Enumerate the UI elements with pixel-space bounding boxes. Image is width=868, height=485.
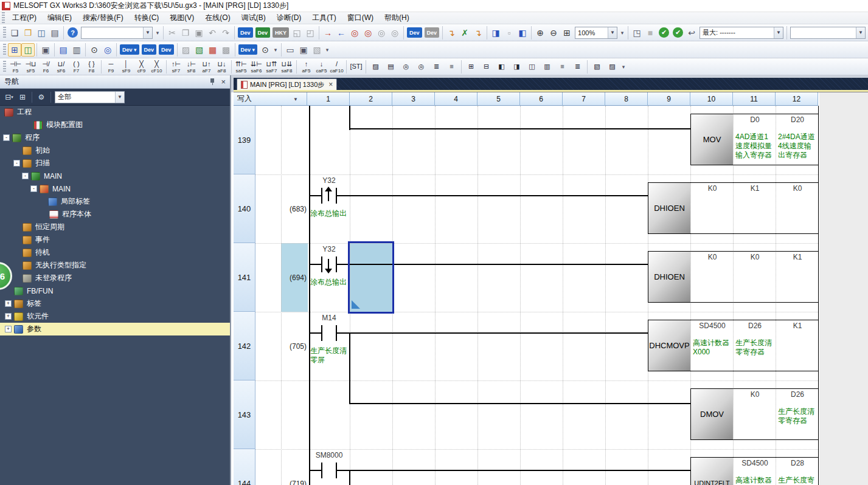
- tree-item-MAIN[interactable]: -MAIN: [0, 182, 230, 195]
- falling-pulse-tool[interactable]: ↓⊢sF8: [184, 59, 199, 75]
- tree-item-程序本体[interactable]: 程序本体: [0, 208, 230, 221]
- intelligent-module-button[interactable]: ▣: [297, 43, 310, 57]
- menu-item-1[interactable]: 工程(P): [7, 12, 42, 24]
- delete-hline-tool[interactable]: ╳cF9: [134, 59, 149, 75]
- scan-time-select[interactable]: 最大: -------▼: [700, 27, 783, 39]
- menu-item-6[interactable]: 在线(O): [200, 12, 235, 24]
- disconnect-line-tool[interactable]: ⊟: [479, 59, 494, 75]
- tree-expander-icon[interactable]: -: [22, 173, 29, 179]
- invert-result-tool[interactable]: /caF10: [329, 59, 344, 75]
- device-display-dropdown[interactable]: Dev ▾: [238, 44, 258, 55]
- tree-item-MAIN[interactable]: -MAIN: [0, 170, 230, 182]
- device-search-button[interactable]: ◎: [348, 26, 361, 40]
- read-from-plc-button[interactable]: ←: [335, 26, 348, 40]
- rung-number-144[interactable]: 144: [234, 449, 255, 485]
- watch-device-select[interactable]: ▼: [790, 27, 866, 39]
- settings-gear-icon[interactable]: ⚙: [35, 91, 47, 103]
- tree-item-初始[interactable]: 初始: [0, 144, 230, 157]
- tree-item-FB/FUN[interactable]: FB/FUN: [0, 284, 230, 297]
- tree-expander-icon[interactable]: -: [30, 185, 37, 192]
- device-display-off-button[interactable]: Dev: [425, 27, 440, 38]
- open-contact-tool[interactable]: ⊣⊢F5: [8, 59, 23, 75]
- vline-tool[interactable]: │sF9: [119, 59, 134, 75]
- convert-check-2-button[interactable]: ✔: [673, 27, 683, 38]
- connect-line-tool[interactable]: ⊞: [464, 59, 479, 75]
- toolbar-overflow-button[interactable]: ▾: [620, 64, 627, 70]
- ladder-mode-cell[interactable]: 写入▼: [234, 92, 307, 106]
- device-batch-button[interactable]: Dev: [159, 44, 174, 55]
- device-comment-edit-tool[interactable]: ◫: [524, 59, 540, 75]
- note-find-2-tool[interactable]: ◎: [414, 59, 429, 75]
- align-2-tool[interactable]: ▨: [605, 59, 620, 75]
- print-button[interactable]: ▤: [48, 26, 61, 40]
- io-assignment-button[interactable]: ▦: [206, 43, 220, 57]
- tree-expander-icon[interactable]: +: [5, 300, 12, 307]
- tree-expand-button[interactable]: ⊞: [16, 91, 29, 103]
- statement-tool[interactable]: ▤: [383, 59, 398, 75]
- chevron-down-icon[interactable]: ▼: [293, 97, 298, 102]
- project-selector[interactable]: ▼: [81, 27, 153, 39]
- hline-tool[interactable]: ─F9: [103, 59, 119, 75]
- toolbar-overflow-button[interactable]: ▾: [272, 47, 279, 53]
- menu-item-5[interactable]: 视图(V): [164, 12, 200, 24]
- instruction-block-DHIOEN[interactable]: DHIOENK0K0K1: [648, 251, 819, 303]
- device-hotkey-button[interactable]: HKY: [273, 27, 289, 38]
- bookmark-jump-button[interactable]: ↴: [445, 26, 458, 40]
- rung-number-142[interactable]: 142: [234, 312, 255, 380]
- zoom-fit-button[interactable]: ⊞: [560, 26, 574, 40]
- rising-pulse-close-tool[interactable]: ⇈⊢saF5: [234, 59, 249, 75]
- zoom-level-select[interactable]: 100%▼: [575, 27, 617, 39]
- monitor-start-button[interactable]: ◨: [489, 26, 502, 40]
- menu-item-4[interactable]: 转换(C): [129, 12, 165, 24]
- rising-result-tool[interactable]: ↑aF5: [299, 59, 314, 75]
- save-button[interactable]: ◫: [35, 26, 48, 40]
- tree-item-参数[interactable]: +参数: [0, 323, 230, 335]
- user-library-button[interactable]: ▧: [310, 43, 324, 57]
- coil-tool[interactable]: ( )F7: [69, 59, 84, 75]
- chevron-down-icon[interactable]: ▼: [143, 27, 152, 38]
- parallel-open-contact-tool[interactable]: ⊣⊔sF5: [23, 59, 38, 75]
- tree-item-程序[interactable]: -程序: [0, 131, 230, 144]
- write-watch-button[interactable]: ◰: [304, 26, 317, 40]
- rising-pulse-tool[interactable]: ↑⊢sF7: [168, 59, 184, 75]
- redo-button[interactable]: ↷: [219, 26, 232, 40]
- tree-filter-select[interactable]: 全部 ▼: [55, 91, 125, 103]
- menu-item-7[interactable]: 调试(B): [236, 12, 271, 24]
- device-monitor-button[interactable]: Dev: [255, 27, 271, 38]
- element-selection-toggle[interactable]: ◫: [21, 43, 35, 57]
- menu-item-9[interactable]: 工具(T): [307, 12, 341, 24]
- read-watch-button[interactable]: ◱: [290, 26, 304, 40]
- return-arrow-button[interactable]: ↩: [685, 26, 698, 40]
- monitor-step-button[interactable]: ◧: [516, 26, 529, 40]
- bookmark-jump-2-button[interactable]: ↴: [471, 26, 485, 40]
- tab-close-icon[interactable]: ×: [328, 81, 333, 88]
- new-file-button[interactable]: ❏: [8, 26, 21, 40]
- navigation-window-toggle[interactable]: ⊞: [8, 43, 21, 57]
- help-button[interactable]: ?: [68, 27, 78, 38]
- menu-item-2[interactable]: 编辑(E): [42, 12, 77, 24]
- open-file-button[interactable]: ❐: [21, 26, 35, 40]
- chevron-down-icon[interactable]: ▼: [856, 27, 865, 38]
- tree-collapse-button[interactable]: ⊟▾: [3, 91, 15, 103]
- cross-reference-button[interactable]: ▨: [179, 43, 193, 57]
- parallel-rising-pulse-tool[interactable]: ⊔↑aF7: [199, 59, 214, 75]
- inline-st-tool[interactable]: [ST]: [349, 59, 364, 75]
- chevron-down-icon[interactable]: ▼: [774, 27, 783, 38]
- closed-contact-tool[interactable]: ⊣/F6: [38, 59, 54, 75]
- instruction-block-MOV[interactable]: MOVD04AD通道1速度模拟量输入寄存器D202#4DA通道4线速度输出寄存器: [690, 114, 819, 165]
- tree-item-局部标签[interactable]: 局部标签: [0, 195, 230, 208]
- toolbar-overflow-button[interactable]: ▾: [324, 47, 331, 53]
- menu-item-11[interactable]: 帮助(H): [379, 12, 415, 24]
- falling-result-tool[interactable]: ↓caF5: [314, 59, 329, 75]
- tree-item-软元件[interactable]: +软元件: [0, 310, 230, 323]
- window-tile-button[interactable]: ◳: [630, 26, 644, 40]
- edit-mode-tool[interactable]: ▨: [368, 59, 383, 75]
- close-icon[interactable]: ×: [221, 78, 226, 86]
- inactive-square-button[interactable]: ■: [644, 26, 657, 40]
- undo-button[interactable]: ↶: [206, 26, 219, 40]
- program-check-button[interactable]: ✗: [458, 26, 471, 40]
- rung-number-141[interactable]: 141: [234, 243, 255, 312]
- note-find-tool[interactable]: ◎: [398, 59, 414, 75]
- row-copy-tool[interactable]: ≡: [555, 59, 570, 75]
- parallel-falling-pulse-tool[interactable]: ⊔↓aF8: [214, 59, 229, 75]
